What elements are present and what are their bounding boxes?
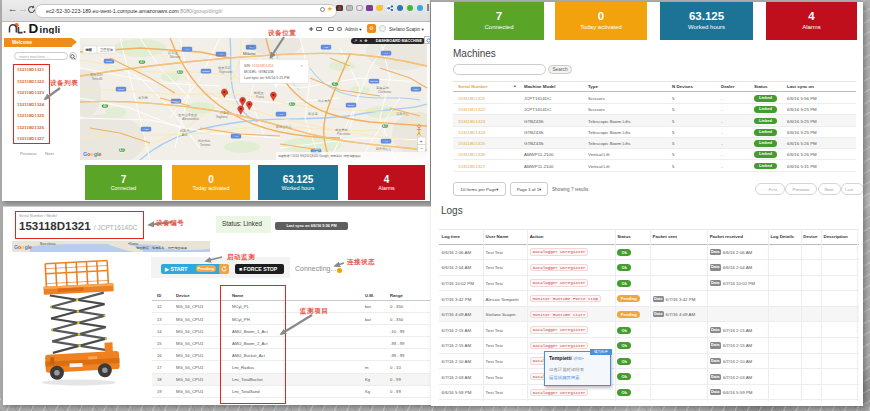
svg-text:设备位置: 设备位置 (267, 29, 296, 37)
svg-text:设备列表: 设备列表 (49, 79, 78, 87)
svg-text:启动监测: 启动监测 (226, 253, 255, 261)
svg-text:连接状态: 连接状态 (346, 258, 375, 266)
svg-text:监测项目: 监测项目 (299, 307, 328, 315)
svg-text:设备编号: 设备编号 (155, 219, 184, 227)
